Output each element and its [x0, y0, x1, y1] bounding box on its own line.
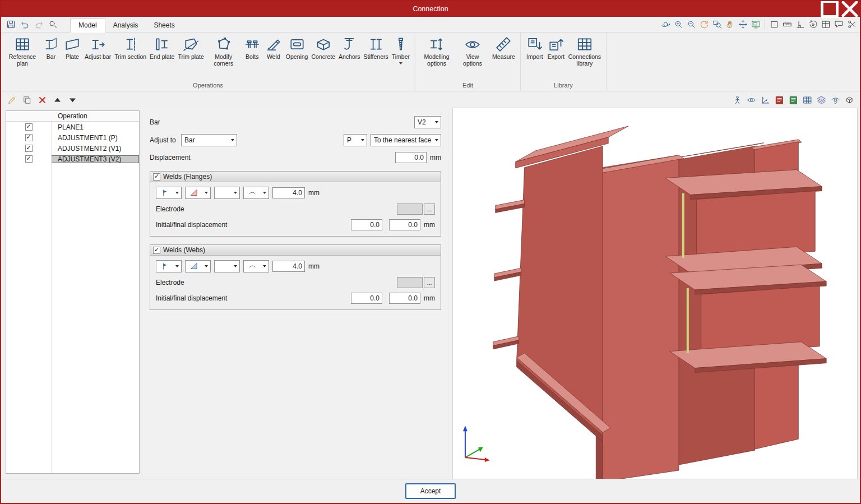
ribbon-button-stiffeners[interactable]: Stiffeners [362, 35, 390, 62]
ribbon-button-measure[interactable]: Measure [490, 35, 517, 62]
perpendicular-button[interactable] [794, 19, 806, 31]
figure-button[interactable] [731, 94, 743, 106]
operation-row[interactable]: PLANE1 [6, 122, 139, 132]
edit-button[interactable] [6, 94, 18, 106]
cut-button[interactable] [845, 19, 858, 31]
web-weld-contour-select[interactable] [243, 260, 269, 272]
adjust-to-select[interactable]: Bar [181, 134, 237, 146]
operation-checkbox[interactable] [25, 145, 33, 152]
ribbon-button-bar[interactable]: Bar [40, 35, 62, 62]
tab-model[interactable]: Model [70, 19, 105, 33]
search-button[interactable] [47, 19, 59, 31]
view-toolbar: 100 [659, 19, 860, 31]
web-electrode-field[interactable] [397, 277, 423, 288]
ribbon-button-trim-section[interactable]: Trim section [113, 35, 148, 62]
face-select[interactable]: To the nearest face [371, 134, 441, 146]
welds-webs-checkbox[interactable] [153, 247, 160, 254]
redo-button[interactable] [33, 19, 45, 31]
save-button[interactable] [4, 19, 17, 31]
ribbon-button-weld[interactable]: Weld [263, 35, 284, 62]
move-up-button[interactable] [51, 94, 63, 106]
ribbon-button-plate[interactable]: Plate [62, 35, 83, 62]
welds-flanges-checkbox[interactable] [153, 173, 160, 181]
show-all-button[interactable] [829, 94, 841, 106]
move-down-button[interactable] [66, 94, 78, 106]
data-table-button[interactable] [801, 94, 813, 106]
ribbon-button-connections-library[interactable]: Connections library [567, 35, 603, 68]
accept-button[interactable]: Accept [405, 483, 456, 499]
web-electrode-browse-button[interactable]: ... [424, 277, 435, 288]
redraw-button[interactable] [698, 19, 710, 31]
operation-checkbox[interactable] [25, 134, 33, 141]
tool-row [1, 91, 860, 108]
flange-weld-contour-select[interactable] [243, 187, 269, 199]
ribbon-button-modify-corners[interactable]: Modify corners [206, 35, 242, 68]
bar-select[interactable]: V2 [414, 116, 441, 128]
flange-weld-finish-select[interactable] [214, 187, 240, 199]
ribbon-button-view-options[interactable]: View options [455, 35, 490, 68]
delete-button[interactable] [36, 94, 48, 106]
orbit-button[interactable] [659, 19, 672, 31]
zoom-window-button[interactable] [711, 19, 723, 31]
flange-weld-type-select[interactable] [156, 187, 182, 199]
web-weld-type-select[interactable] [156, 260, 182, 272]
web-weld-finish-select[interactable] [214, 260, 240, 272]
web-initial-displacement-input[interactable]: 0.0 [351, 293, 382, 304]
flange-weld-size-input[interactable]: 4.0 [272, 187, 305, 198]
flange-electrode-field[interactable] [397, 204, 423, 215]
fit-screen-button[interactable] [749, 19, 762, 31]
wire-3d-button[interactable] [843, 94, 855, 106]
web-weld-size-input[interactable]: 4.0 [272, 261, 305, 272]
ribbon-button-import[interactable]: Import [524, 35, 545, 62]
window-maximize-button[interactable] [820, 1, 840, 17]
3d-viewport[interactable] [452, 108, 858, 479]
undo-button[interactable] [18, 19, 31, 31]
ribbon-button-reference-plan[interactable]: Reference plan [4, 35, 40, 68]
zoom-out-button[interactable] [685, 19, 697, 31]
operation-row[interactable]: ADJUSTMENT1 (P) [6, 132, 139, 143]
copy-button[interactable] [21, 94, 33, 106]
ribbon-button-opening[interactable]: Opening [284, 35, 310, 62]
rotate-view-button[interactable] [807, 19, 819, 31]
pan-button[interactable] [724, 19, 736, 31]
ribbon-button-end-plate[interactable]: End plate [148, 35, 176, 62]
move-axes-button[interactable] [737, 19, 749, 31]
flange-electrode-browse-button[interactable]: ... [424, 204, 435, 215]
web-weld-shape-select[interactable] [185, 260, 211, 272]
ucs-button[interactable] [759, 94, 771, 106]
visibility-button[interactable] [745, 94, 757, 106]
chevron-down-icon [173, 261, 181, 272]
tab-analysis[interactable]: Analysis [105, 19, 146, 32]
ribbon-button-modelling-options[interactable]: Modelling options [419, 35, 455, 68]
flange-final-displacement-input[interactable]: 0.0 [389, 219, 420, 230]
flange-weld-shape-select[interactable] [185, 187, 211, 199]
bar-row: Bar V2 [150, 116, 441, 128]
ribbon-button-adjust-bar[interactable]: Adjust bar [83, 35, 113, 62]
web-final-displacement-input[interactable]: 0.0 [389, 293, 420, 304]
ribbon-button-concrete[interactable]: Concrete [309, 35, 337, 62]
move-down-icon [68, 95, 77, 105]
dimensions-button[interactable]: 100 [781, 19, 793, 31]
operation-row[interactable]: ADJUSTMENT3 (V2) [6, 154, 139, 164]
flange-initial-displacement-input[interactable]: 0.0 [351, 219, 382, 230]
reference-select[interactable]: P [344, 134, 367, 146]
zoom-extents-button[interactable] [672, 19, 684, 31]
ribbon-button-anchors[interactable]: Anchors [337, 35, 362, 62]
operation-checkbox[interactable] [25, 123, 33, 131]
ribbon-button-trim-plate[interactable]: Trim plate [176, 35, 205, 62]
tables-button[interactable] [820, 19, 832, 31]
window-close-button[interactable] [840, 1, 860, 17]
ribbon-button-timber[interactable]: Timber [390, 35, 411, 66]
operation-row[interactable]: ADJUSTMENT2 (V1) [6, 143, 139, 154]
layers-button[interactable] [815, 94, 827, 106]
front-view-button[interactable] [768, 19, 780, 31]
displacement-input[interactable]: 0.0 [395, 152, 427, 163]
report-red-button[interactable] [773, 94, 785, 106]
tab-sheets[interactable]: Sheets [146, 19, 182, 32]
operation-checkbox[interactable] [25, 155, 33, 163]
report-green-button[interactable] [787, 94, 799, 106]
ribbon-button-bolts[interactable]: Bolts [242, 35, 263, 62]
ribbon-button-export[interactable]: Export [545, 35, 567, 62]
column-flange[interactable] [596, 155, 684, 479]
comment-button[interactable] [832, 19, 845, 31]
